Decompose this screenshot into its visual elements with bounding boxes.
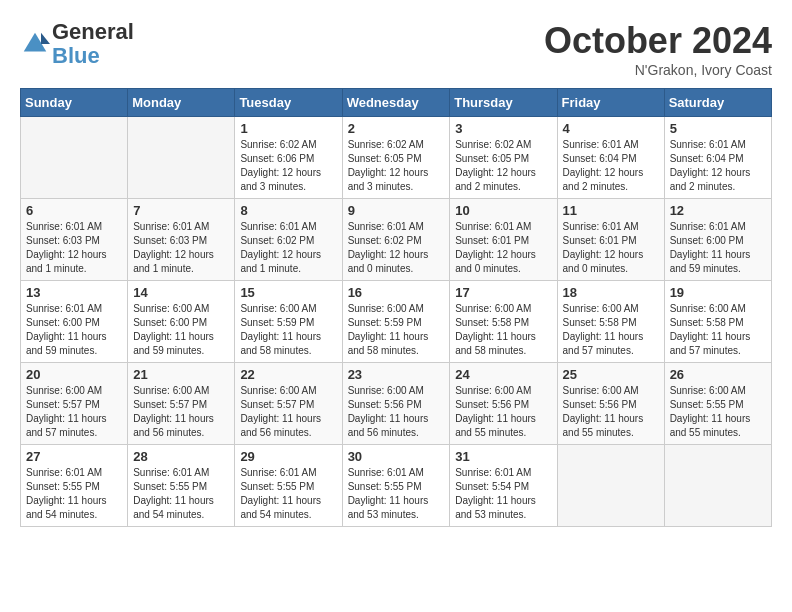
day-info: Sunrise: 6:00 AM Sunset: 5:55 PM Dayligh… — [670, 384, 766, 440]
weekday-header: Thursday — [450, 89, 557, 117]
day-info: Sunrise: 6:01 AM Sunset: 6:01 PM Dayligh… — [455, 220, 551, 276]
calendar-cell: 28Sunrise: 6:01 AM Sunset: 5:55 PM Dayli… — [128, 445, 235, 527]
month-title: October 2024 — [544, 20, 772, 62]
day-info: Sunrise: 6:00 AM Sunset: 6:00 PM Dayligh… — [133, 302, 229, 358]
day-number: 25 — [563, 367, 659, 382]
calendar-cell: 11Sunrise: 6:01 AM Sunset: 6:01 PM Dayli… — [557, 199, 664, 281]
day-number: 18 — [563, 285, 659, 300]
calendar-week-row: 27Sunrise: 6:01 AM Sunset: 5:55 PM Dayli… — [21, 445, 772, 527]
day-info: Sunrise: 6:01 AM Sunset: 5:55 PM Dayligh… — [26, 466, 122, 522]
calendar-cell: 19Sunrise: 6:00 AM Sunset: 5:58 PM Dayli… — [664, 281, 771, 363]
day-info: Sunrise: 6:01 AM Sunset: 5:55 PM Dayligh… — [348, 466, 445, 522]
calendar-cell — [557, 445, 664, 527]
calendar-cell: 15Sunrise: 6:00 AM Sunset: 5:59 PM Dayli… — [235, 281, 342, 363]
calendar-table: SundayMondayTuesdayWednesdayThursdayFrid… — [20, 88, 772, 527]
weekday-header: Saturday — [664, 89, 771, 117]
weekday-header: Tuesday — [235, 89, 342, 117]
calendar-week-row: 6Sunrise: 6:01 AM Sunset: 6:03 PM Daylig… — [21, 199, 772, 281]
day-number: 4 — [563, 121, 659, 136]
calendar-cell: 1Sunrise: 6:02 AM Sunset: 6:06 PM Daylig… — [235, 117, 342, 199]
calendar-cell: 9Sunrise: 6:01 AM Sunset: 6:02 PM Daylig… — [342, 199, 450, 281]
logo-icon — [20, 29, 50, 59]
calendar-cell: 17Sunrise: 6:00 AM Sunset: 5:58 PM Dayli… — [450, 281, 557, 363]
day-number: 22 — [240, 367, 336, 382]
day-info: Sunrise: 6:01 AM Sunset: 6:01 PM Dayligh… — [563, 220, 659, 276]
day-number: 5 — [670, 121, 766, 136]
day-number: 30 — [348, 449, 445, 464]
calendar-cell: 18Sunrise: 6:00 AM Sunset: 5:58 PM Dayli… — [557, 281, 664, 363]
calendar-cell: 22Sunrise: 6:00 AM Sunset: 5:57 PM Dayli… — [235, 363, 342, 445]
day-info: Sunrise: 6:00 AM Sunset: 5:58 PM Dayligh… — [455, 302, 551, 358]
day-number: 23 — [348, 367, 445, 382]
day-number: 27 — [26, 449, 122, 464]
day-number: 15 — [240, 285, 336, 300]
day-info: Sunrise: 6:02 AM Sunset: 6:05 PM Dayligh… — [455, 138, 551, 194]
day-number: 8 — [240, 203, 336, 218]
calendar-cell: 20Sunrise: 6:00 AM Sunset: 5:57 PM Dayli… — [21, 363, 128, 445]
calendar-cell: 27Sunrise: 6:01 AM Sunset: 5:55 PM Dayli… — [21, 445, 128, 527]
weekday-header: Friday — [557, 89, 664, 117]
calendar-cell: 29Sunrise: 6:01 AM Sunset: 5:55 PM Dayli… — [235, 445, 342, 527]
day-number: 28 — [133, 449, 229, 464]
calendar-cell — [128, 117, 235, 199]
calendar-cell: 10Sunrise: 6:01 AM Sunset: 6:01 PM Dayli… — [450, 199, 557, 281]
calendar-cell: 8Sunrise: 6:01 AM Sunset: 6:02 PM Daylig… — [235, 199, 342, 281]
day-info: Sunrise: 6:01 AM Sunset: 6:04 PM Dayligh… — [563, 138, 659, 194]
weekday-header: Wednesday — [342, 89, 450, 117]
day-info: Sunrise: 6:00 AM Sunset: 5:57 PM Dayligh… — [240, 384, 336, 440]
day-info: Sunrise: 6:01 AM Sunset: 6:00 PM Dayligh… — [26, 302, 122, 358]
day-info: Sunrise: 6:00 AM Sunset: 5:56 PM Dayligh… — [455, 384, 551, 440]
day-number: 16 — [348, 285, 445, 300]
day-info: Sunrise: 6:02 AM Sunset: 6:05 PM Dayligh… — [348, 138, 445, 194]
day-number: 11 — [563, 203, 659, 218]
day-info: Sunrise: 6:00 AM Sunset: 5:59 PM Dayligh… — [240, 302, 336, 358]
calendar-cell — [664, 445, 771, 527]
day-number: 31 — [455, 449, 551, 464]
day-number: 21 — [133, 367, 229, 382]
day-info: Sunrise: 6:00 AM Sunset: 5:56 PM Dayligh… — [348, 384, 445, 440]
day-number: 3 — [455, 121, 551, 136]
calendar-cell: 21Sunrise: 6:00 AM Sunset: 5:57 PM Dayli… — [128, 363, 235, 445]
calendar-cell: 30Sunrise: 6:01 AM Sunset: 5:55 PM Dayli… — [342, 445, 450, 527]
day-info: Sunrise: 6:01 AM Sunset: 6:02 PM Dayligh… — [348, 220, 445, 276]
calendar-week-row: 13Sunrise: 6:01 AM Sunset: 6:00 PM Dayli… — [21, 281, 772, 363]
location: N'Grakon, Ivory Coast — [544, 62, 772, 78]
calendar-header-row: SundayMondayTuesdayWednesdayThursdayFrid… — [21, 89, 772, 117]
title-block: October 2024 N'Grakon, Ivory Coast — [544, 20, 772, 78]
day-info: Sunrise: 6:00 AM Sunset: 5:58 PM Dayligh… — [670, 302, 766, 358]
day-number: 2 — [348, 121, 445, 136]
logo-text: GeneralBlue — [52, 20, 134, 68]
day-number: 17 — [455, 285, 551, 300]
page-header: GeneralBlue October 2024 N'Grakon, Ivory… — [20, 20, 772, 78]
day-number: 1 — [240, 121, 336, 136]
day-number: 14 — [133, 285, 229, 300]
day-info: Sunrise: 6:01 AM Sunset: 6:03 PM Dayligh… — [26, 220, 122, 276]
weekday-header: Sunday — [21, 89, 128, 117]
day-number: 19 — [670, 285, 766, 300]
calendar-cell: 2Sunrise: 6:02 AM Sunset: 6:05 PM Daylig… — [342, 117, 450, 199]
day-info: Sunrise: 6:00 AM Sunset: 5:57 PM Dayligh… — [133, 384, 229, 440]
day-info: Sunrise: 6:01 AM Sunset: 6:04 PM Dayligh… — [670, 138, 766, 194]
calendar-week-row: 20Sunrise: 6:00 AM Sunset: 5:57 PM Dayli… — [21, 363, 772, 445]
day-info: Sunrise: 6:00 AM Sunset: 5:57 PM Dayligh… — [26, 384, 122, 440]
calendar-cell: 6Sunrise: 6:01 AM Sunset: 6:03 PM Daylig… — [21, 199, 128, 281]
weekday-header: Monday — [128, 89, 235, 117]
day-info: Sunrise: 6:00 AM Sunset: 5:59 PM Dayligh… — [348, 302, 445, 358]
calendar-week-row: 1Sunrise: 6:02 AM Sunset: 6:06 PM Daylig… — [21, 117, 772, 199]
day-number: 13 — [26, 285, 122, 300]
calendar-cell: 7Sunrise: 6:01 AM Sunset: 6:03 PM Daylig… — [128, 199, 235, 281]
calendar-cell: 25Sunrise: 6:00 AM Sunset: 5:56 PM Dayli… — [557, 363, 664, 445]
day-number: 9 — [348, 203, 445, 218]
day-number: 10 — [455, 203, 551, 218]
calendar-cell: 14Sunrise: 6:00 AM Sunset: 6:00 PM Dayli… — [128, 281, 235, 363]
day-number: 6 — [26, 203, 122, 218]
day-number: 12 — [670, 203, 766, 218]
calendar-cell: 24Sunrise: 6:00 AM Sunset: 5:56 PM Dayli… — [450, 363, 557, 445]
day-number: 29 — [240, 449, 336, 464]
calendar-cell: 23Sunrise: 6:00 AM Sunset: 5:56 PM Dayli… — [342, 363, 450, 445]
calendar-cell: 3Sunrise: 6:02 AM Sunset: 6:05 PM Daylig… — [450, 117, 557, 199]
day-info: Sunrise: 6:01 AM Sunset: 5:55 PM Dayligh… — [133, 466, 229, 522]
calendar-cell: 5Sunrise: 6:01 AM Sunset: 6:04 PM Daylig… — [664, 117, 771, 199]
day-number: 20 — [26, 367, 122, 382]
day-info: Sunrise: 6:01 AM Sunset: 6:03 PM Dayligh… — [133, 220, 229, 276]
